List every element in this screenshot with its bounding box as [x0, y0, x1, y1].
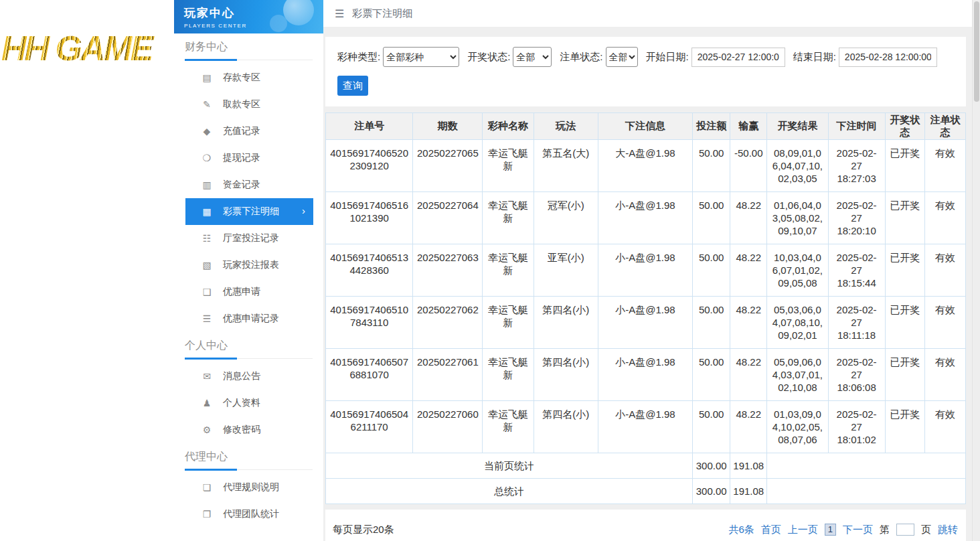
col-bet-number: 注单号 — [326, 113, 413, 140]
first-page-link[interactable]: 首页 — [761, 524, 781, 536]
main-area: ☰ 彩票下注明细 彩种类型: 全部彩种 开奖状态: 全部 注单状态: 全部 开始… — [323, 0, 980, 541]
agent-menu: ❏ 代理规则说明 ❐ 代理团队统计 — [185, 474, 313, 528]
next-page-link[interactable]: 下一页 — [843, 524, 873, 536]
player-bet-report-icon: ▧ — [201, 260, 213, 270]
finance-menu: ▤ 存款专区 ✎ 取款专区 ◆ 充值记录 ❍ 提现记录 ▥ 资金记录 ▦ 彩票下… — [185, 64, 313, 332]
gear-icon: ⚙ — [201, 424, 213, 435]
deposit-icon: ▤ — [201, 72, 213, 83]
col-play-type: 玩法 — [534, 113, 598, 140]
summary-label: 当前页统计 — [326, 453, 693, 479]
sidebar-item-change-password[interactable]: ⚙ 修改密码 — [185, 416, 313, 443]
topbar: ☰ 彩票下注明细 — [323, 0, 980, 27]
end-date-label: 结束日期: — [793, 51, 836, 64]
sidebar: 玩家中心 PLAYERS CENTER 财务中心 ▤ 存款专区 ✎ 取款专区 ◆… — [174, 0, 323, 541]
current-page-summary-row: 当前页统计 300.00 191.08 — [326, 453, 966, 479]
current-page-indicator[interactable]: 1 — [825, 524, 836, 536]
summary-win-total: 191.08 — [730, 453, 767, 479]
col-win-loss: 输赢 — [730, 113, 767, 140]
sidebar-item-funds-records[interactable]: ▥ 资金记录 — [185, 171, 313, 198]
jump-suffix: 页 — [921, 524, 931, 536]
lottery-bet-detail-icon: ▦ — [201, 206, 213, 217]
bets-table: 注单号 期数 彩种名称 玩法 下注信息 投注额 输赢 开奖结果 下注时间 开奖状… — [325, 112, 966, 504]
col-draw-result: 开奖结果 — [767, 113, 828, 140]
table-header-row: 注单号 期数 彩种名称 玩法 下注信息 投注额 输赢 开奖结果 下注时间 开奖状… — [326, 113, 966, 140]
page-size-text: 每页显示20条 — [333, 524, 394, 536]
start-date-input[interactable] — [691, 48, 785, 67]
sidebar-item-lottery-bet-details[interactable]: ▦ 彩票下注明细 › — [185, 198, 313, 225]
sidebar-item-withdraw-zone[interactable]: ✎ 取款专区 — [185, 91, 313, 118]
table-row: 401569174065076881070 20250227061 幸运飞艇新 … — [326, 349, 966, 401]
menu-toggle-icon[interactable]: ☰ — [335, 7, 344, 20]
lottery-type-select[interactable]: 全部彩种 — [383, 47, 459, 67]
section-title-finance: 财务中心 — [185, 40, 313, 60]
grand-total-summary-row: 总统计 300.00 191.08 — [326, 479, 966, 504]
scrollbar-thumb[interactable] — [974, 1, 979, 102]
funds-record-icon: ▥ — [201, 179, 213, 190]
pagination-bar: 每页显示20条 共6条 首页 上一页 1 下一页 第 页 跳转 — [325, 510, 966, 541]
bet-status-label: 注单状态: — [560, 51, 602, 64]
search-button[interactable]: 查询 — [337, 76, 368, 96]
sidebar-item-message-announcements[interactable]: ✉ 消息公告 — [185, 363, 313, 390]
bet-status-select[interactable]: 全部 — [606, 47, 638, 67]
sidebar-item-agent-team-stats[interactable]: ❐ 代理团队统计 — [185, 501, 313, 528]
hall-bet-record-icon: ☷ — [201, 233, 213, 244]
summary-bet-total: 300.00 — [693, 453, 730, 479]
section-title-agent: 代理中心 — [185, 450, 313, 470]
col-draw-status: 开奖状态 — [885, 113, 924, 140]
sidebar-item-player-bet-report[interactable]: ▧ 玩家投注报表 — [185, 252, 313, 279]
ball-decoration-icon — [283, 0, 314, 25]
jump-page-input[interactable] — [896, 524, 914, 536]
total-count-text: 共6条 — [728, 524, 754, 536]
filter-panel: 彩种类型: 全部彩种 开奖状态: 全部 注单状态: 全部 开始日期: 结束日期:… — [325, 37, 966, 106]
bets-table-panel: 注单号 期数 彩种名称 玩法 下注信息 投注额 输赢 开奖结果 下注时间 开奖状… — [325, 112, 966, 504]
sidebar-item-recharge-records[interactable]: ◆ 充值记录 — [185, 118, 313, 145]
page-title: 彩票下注明细 — [352, 7, 412, 20]
sidebar-item-withdrawal-records[interactable]: ❍ 提现记录 — [185, 145, 313, 171]
logo: HH GAME — [1, 28, 174, 68]
summary-label: 总统计 — [326, 479, 693, 504]
withdraw-icon: ✎ — [201, 99, 213, 110]
table-row: 401569174065046211170 20250227060 幸运飞艇新 … — [326, 401, 966, 453]
logo-area: HH GAME — [0, 0, 174, 541]
summary-win-total: 191.08 — [730, 479, 767, 504]
team-stats-icon: ❐ — [201, 509, 213, 520]
sidebar-item-deposit-zone[interactable]: ▤ 存款专区 — [185, 64, 313, 91]
col-bet-time: 下注时间 — [828, 113, 885, 140]
section-title-personal: 个人中心 — [185, 339, 313, 359]
promo-apply-icon: ❑ — [201, 287, 213, 297]
personal-menu: ✉ 消息公告 ♟ 个人资料 ⚙ 修改密码 — [185, 363, 313, 443]
end-date-input[interactable] — [839, 48, 937, 67]
promo-apply-record-icon: ☰ — [201, 313, 213, 324]
prev-page-link[interactable]: 上一页 — [788, 524, 818, 536]
sidebar-item-personal-profile[interactable]: ♟ 个人资料 — [185, 390, 313, 416]
col-bet-status: 注单状态 — [924, 113, 965, 140]
start-date-label: 开始日期: — [646, 51, 689, 64]
table-row: 401569174065134428360 20250227063 幸运飞艇新 … — [326, 244, 966, 297]
withdrawal-record-icon: ❍ — [201, 153, 213, 163]
table-row: 401569174065161021390 20250227064 幸运飞艇新 … — [326, 192, 966, 244]
bell-icon: ✉ — [201, 371, 213, 382]
table-row: 401569174065202309120 20250227065 幸运飞艇新 … — [326, 140, 966, 192]
jump-prefix: 第 — [880, 524, 890, 536]
col-bet-info: 下注信息 — [598, 113, 692, 140]
sidebar-item-agent-rules[interactable]: ❏ 代理规则说明 — [185, 474, 313, 501]
summary-bet-total: 300.00 — [693, 479, 730, 504]
chevron-right-icon: › — [302, 205, 305, 216]
sidebar-item-promo-application-records[interactable]: ☰ 优惠申请记录 — [185, 305, 313, 332]
players-center-header: 玩家中心 PLAYERS CENTER — [174, 0, 323, 33]
doc-icon: ❏ — [201, 482, 213, 493]
lottery-type-label: 彩种类型: — [337, 51, 380, 64]
draw-status-select[interactable]: 全部 — [513, 47, 552, 67]
col-lottery-name: 彩种名称 — [483, 113, 534, 140]
sidebar-item-promo-application[interactable]: ❑ 优惠申请 — [185, 279, 313, 305]
recharge-record-icon: ◆ — [201, 126, 213, 137]
sidebar-item-hall-bet-records[interactable]: ☷ 厅室投注记录 — [185, 225, 313, 252]
user-icon: ♟ — [201, 398, 213, 408]
draw-status-label: 开奖状态: — [467, 51, 510, 64]
page-scrollbar[interactable] — [972, 0, 980, 541]
pager: 共6条 首页 上一页 1 下一页 第 页 跳转 — [728, 524, 958, 536]
table-row: 401569174065107843110 20250227062 幸运飞艇新 … — [326, 297, 966, 349]
jump-button[interactable]: 跳转 — [938, 524, 958, 536]
col-bet-amount: 投注额 — [693, 113, 730, 140]
col-period: 期数 — [413, 113, 483, 140]
